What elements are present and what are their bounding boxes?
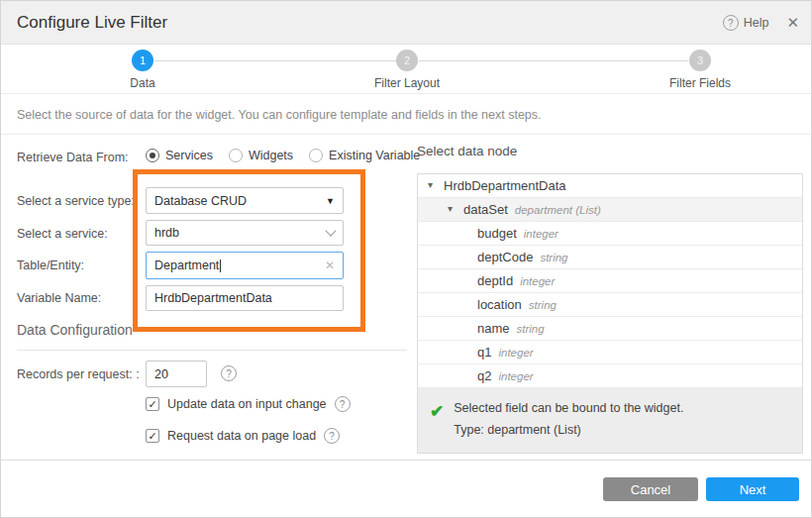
tree-node-label: dataSet — [463, 202, 508, 217]
tree-node-label: HrdbDepartmentData — [444, 178, 566, 193]
cancel-button[interactable]: Cancel — [603, 477, 698, 501]
tree-node-location[interactable]: location string — [418, 293, 802, 317]
step-label-data: Data — [130, 76, 154, 90]
tree-node-type: integer — [520, 275, 555, 287]
step-label-filter-fields: Filter Fields — [669, 76, 731, 90]
variable-name-input[interactable]: HrdbDepartmentData — [146, 285, 344, 311]
step-description: Select the source of data for the widget… — [17, 108, 542, 122]
chevron-down-icon — [325, 225, 336, 236]
tree-node-label: deptCode — [477, 250, 533, 264]
help-button[interactable]: ? Help — [723, 15, 769, 31]
request-data-label: Request data on page load — [167, 429, 316, 443]
success-check-icon: ✔ — [430, 401, 444, 441]
tree-node-label: deptId — [477, 273, 513, 288]
selection-info-box: ✔ Selected field can be bound to the wid… — [418, 388, 802, 453]
table-entity-value: Department — [154, 259, 219, 272]
request-data-checkbox[interactable]: ✓ — [146, 429, 159, 443]
step-circle-filter-layout[interactable]: 2 — [396, 50, 418, 71]
tree-node-label: location — [477, 297, 522, 312]
radio-dot — [309, 149, 323, 162]
tree-expanded-icon[interactable]: ▾ — [428, 179, 433, 190]
tree-node-label: q1 — [477, 345, 491, 360]
tree-node-label: budget — [477, 226, 517, 241]
tree-node-type: integer — [498, 370, 533, 382]
footer-divider — [1, 460, 812, 461]
request-data-on-page-load-row: ✓ Request data on page load ? — [146, 428, 340, 444]
text-caret — [220, 259, 221, 272]
radio-widgets[interactable]: Widgets — [229, 149, 293, 162]
variable-name-label: Variable Name: — [17, 291, 101, 305]
radio-services[interactable]: Services — [146, 149, 213, 162]
help-label: Help — [744, 16, 769, 30]
records-per-request-input[interactable]: 20 — [146, 361, 207, 387]
tree-expanded-icon[interactable]: ▾ — [448, 203, 453, 214]
tree-node-budget[interactable]: budget integer — [418, 222, 802, 246]
retrieve-data-from-label: Retrieve Data From: — [17, 151, 129, 164]
info-line-2: Type: department (List) — [454, 419, 683, 441]
tree-node-deptid[interactable]: deptId integer — [418, 269, 802, 293]
tree-node-type: integer — [498, 347, 533, 359]
service-label: Select a service: — [17, 227, 108, 241]
step-label-filter-layout: Filter Layout — [374, 76, 440, 90]
tree-node-dataset[interactable]: ▾ dataSet department (List) — [418, 198, 802, 222]
tree-node-type: string — [540, 252, 567, 263]
step-circle-data[interactable]: 1 — [132, 50, 153, 71]
service-value: hrdb — [154, 226, 327, 240]
next-button[interactable]: Next — [706, 477, 799, 501]
retrieve-data-from-radio-group: Services Widgets Existing Variable — [146, 149, 420, 162]
radio-existing-variable[interactable]: Existing Variable — [309, 149, 420, 162]
tree-node-label: name — [477, 321, 510, 336]
tree-node-label: q2 — [477, 368, 491, 383]
tree-node-root[interactable]: ▾ HrdbDepartmentData — [418, 174, 802, 198]
records-help-icon[interactable]: ? — [221, 365, 237, 381]
close-icon[interactable]: ✕ — [786, 14, 799, 32]
data-node-tree: ▾ HrdbDepartmentData ▾ dataSet departmen… — [417, 173, 803, 454]
data-configuration-heading: Data Configuration — [17, 322, 133, 338]
dropdown-arrow-icon: ▼ — [326, 196, 335, 206]
records-per-request-label: Records per request: : — [17, 367, 140, 381]
help-icon: ? — [723, 15, 739, 31]
stepper-connector — [154, 60, 396, 61]
step-description-bar: Select the source of data for the widget… — [1, 95, 812, 135]
page-title: Configure Live Filter — [17, 13, 167, 33]
records-per-request-value: 20 — [154, 367, 198, 381]
service-type-value: Database CRUD — [154, 194, 326, 208]
service-select[interactable]: hrdb — [146, 220, 344, 246]
info-line-1: Selected field can be bound to the widge… — [454, 397, 683, 419]
dialog-header: Configure Live Filter ? Help ✕ — [1, 1, 812, 45]
configure-live-filter-dialog: Configure Live Filter ? Help ✕ 1 2 3 Dat… — [0, 0, 812, 518]
update-data-label: Update data on input change — [167, 397, 327, 411]
radio-widgets-label: Widgets — [249, 149, 293, 162]
service-type-select[interactable]: Database CRUD ▼ — [146, 187, 344, 214]
step-circle-filter-fields[interactable]: 3 — [689, 50, 711, 71]
select-data-node-heading: Select data node — [417, 144, 517, 158]
update-data-help-icon[interactable]: ? — [335, 396, 351, 412]
variable-name-value: HrdbDepartmentData — [154, 291, 335, 305]
radio-services-label: Services — [165, 149, 213, 162]
tree-node-type: integer — [524, 228, 558, 240]
update-data-checkbox[interactable]: ✓ — [146, 397, 159, 411]
tree-node-q2[interactable]: q2 integer — [418, 364, 802, 388]
service-type-label: Select a service type: — [17, 194, 135, 208]
radio-existing-variable-label: Existing Variable — [329, 149, 420, 162]
tree-node-q1[interactable]: q1 integer — [418, 341, 802, 364]
tree-node-deptcode[interactable]: deptCode string — [418, 246, 802, 269]
tree-node-type: string — [517, 323, 545, 335]
tree-node-name[interactable]: name string — [418, 317, 802, 341]
table-entity-label: Table/Entity: — [17, 259, 84, 272]
table-entity-input[interactable]: Department ✕ — [146, 252, 344, 279]
update-data-on-input-change-row: ✓ Update data on input change ? — [146, 396, 351, 412]
tree-node-type: department (List) — [515, 204, 601, 216]
section-divider — [17, 350, 407, 351]
radio-dot — [229, 149, 243, 162]
wizard-stepper: 1 2 3 Data Filter Layout Filter Fields — [1, 45, 812, 94]
clear-icon[interactable]: ✕ — [325, 259, 335, 272]
request-data-help-icon[interactable]: ? — [324, 428, 340, 444]
radio-dot — [146, 149, 159, 162]
stepper-connector — [419, 60, 688, 61]
tree-node-type: string — [529, 299, 557, 311]
